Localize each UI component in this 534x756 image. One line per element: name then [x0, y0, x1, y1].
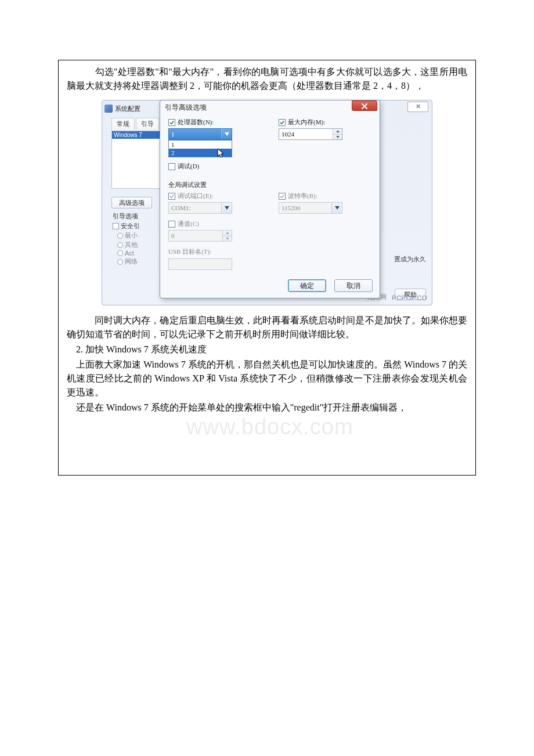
radio-icon — [117, 233, 123, 239]
page-watermark: www.bdocx.com — [186, 415, 353, 440]
radio-network-label: 网络 — [125, 257, 138, 266]
chevron-down-icon — [221, 203, 232, 213]
checkbox-icon — [168, 119, 175, 126]
watermark-pcpop: PCPOP.CO — [392, 294, 427, 301]
radio-network[interactable]: 网络 — [117, 257, 140, 266]
check-icon — [280, 194, 284, 199]
tab-boot[interactable]: 引导 — [136, 118, 159, 129]
processors-checkbox[interactable]: 处理器数(N): — [168, 118, 261, 127]
svg-marker-0 — [225, 132, 229, 136]
maxmem-value: 1024 — [282, 131, 333, 138]
paragraph-5: 还是在 Windows 7 系统的开始菜单处的搜索框中输入"regedit"打开… — [67, 401, 467, 415]
radio-other[interactable]: 其他 — [117, 240, 140, 249]
chevron-down-icon — [221, 129, 232, 139]
check-icon — [169, 194, 174, 199]
usb-target-input — [168, 258, 232, 270]
debugport-value: COM1: — [171, 204, 191, 211]
tab-general[interactable]: 常规 — [111, 118, 135, 129]
svg-marker-2 — [336, 136, 340, 138]
set-permanent-label: 置成为永久 — [394, 255, 426, 264]
radio-act-label: Act — [125, 250, 134, 257]
channel-label: 通道(C) — [178, 219, 199, 228]
app-icon — [104, 105, 113, 113]
checkbox-icon — [168, 221, 175, 228]
paragraph-4: 上面教大家加速 Windows 7 系统的开机，那自然关机也是可以加快速度的。虽… — [67, 358, 467, 399]
cursor-icon — [217, 148, 225, 159]
global-debug-heading: 全局调试设置 — [168, 181, 371, 189]
baud-combo: 115200 — [279, 202, 342, 214]
bg-titlebar: 系统配置 — [104, 103, 163, 114]
radio-other-label: 其他 — [125, 240, 138, 249]
svg-marker-4 — [226, 232, 229, 234]
boot-options-group: 引导选项 安全引 最小 其他 Act 网络 — [113, 212, 140, 266]
radio-minimal-label: 最小 — [125, 231, 138, 240]
debug-checkbox[interactable]: 调试(D) — [168, 162, 261, 171]
boot-advanced-options-dialog: 引导高级选项 处理器数(N): — [160, 100, 380, 298]
os-listbox[interactable]: Windows 7 — [111, 131, 164, 189]
dialog-title: 引导高级选项 — [165, 103, 207, 113]
maxmem-label: 最大内存(M): — [288, 118, 325, 127]
dialog-body: 处理器数(N): 1 1 2 — [160, 114, 380, 270]
svg-marker-3 — [225, 206, 229, 210]
checkbox-icon — [168, 193, 175, 200]
debugport-label: 调试端口(E): — [178, 192, 213, 200]
spinner-down-icon[interactable] — [333, 134, 342, 140]
baud-checkbox: 波特率(B): — [279, 192, 371, 200]
safe-boot-check[interactable]: 安全引 — [113, 222, 140, 231]
baud-label: 波特率(B): — [288, 192, 317, 200]
paragraph-2: 同时调大内存，确定后重启电脑生效，此时再看看系统启动时间是不是加快了。如果你想要… — [67, 314, 467, 341]
radio-minimal[interactable]: 最小 — [117, 231, 140, 240]
ok-button[interactable]: 确定 — [288, 279, 326, 292]
bg-tabs: 常规 引导 — [111, 118, 159, 129]
debugport-combo: COM1: — [168, 202, 232, 214]
check-icon — [169, 120, 174, 125]
channel-spinner: 0 — [168, 230, 232, 242]
maxmem-spinner[interactable]: 1024 — [279, 128, 342, 140]
processors-combo[interactable]: 1 — [168, 128, 232, 140]
spinner-down-icon — [223, 236, 232, 242]
checkbox-icon — [168, 163, 175, 170]
spinner-up-icon — [223, 231, 232, 236]
advanced-options-button[interactable]: 高级选项 — [111, 197, 152, 208]
spinner-up-icon[interactable] — [333, 129, 342, 134]
radio-icon — [117, 259, 123, 265]
channel-checkbox: 通道(C) — [168, 219, 261, 228]
boot-options-label: 引导选项 — [113, 212, 140, 221]
check-icon — [280, 120, 284, 125]
svg-marker-6 — [335, 206, 340, 210]
svg-marker-5 — [226, 237, 229, 240]
dialog-buttons: 确定 取消 — [288, 279, 373, 292]
checkbox-icon — [279, 119, 286, 126]
document-frame: 勾选"处理器数"和"最大内存"，看到你的电脑可选项中有多大你就可以选多大，这里所… — [58, 60, 476, 476]
paragraph-3: 2. 加快 Windows 7 系统关机速度 — [67, 343, 467, 357]
debugport-checkbox: 调试端口(E): — [168, 192, 261, 200]
checkbox-icon — [113, 223, 119, 229]
cancel-button[interactable]: 取消 — [334, 279, 373, 292]
debug-label: 调试(D) — [178, 162, 199, 171]
baud-value: 115200 — [282, 204, 301, 211]
screenshot: 系统配置 ✕ 常规 引导 Windows 7 高级选项 引导选项 安全引 最小 … — [102, 100, 432, 305]
close-button[interactable] — [352, 100, 377, 111]
radio-icon — [117, 242, 123, 248]
os-list-selected[interactable]: Windows 7 — [112, 131, 163, 139]
bg-close-button[interactable]: ✕ — [407, 102, 428, 112]
processors-value: 1 — [171, 131, 175, 138]
checkbox-icon — [279, 193, 286, 200]
chevron-down-icon — [331, 203, 342, 213]
processors-option-1[interactable]: 1 — [169, 141, 232, 149]
radio-icon — [117, 250, 123, 256]
bg-window-title: 系统配置 — [115, 105, 140, 113]
channel-value: 0 — [171, 232, 222, 239]
radio-act[interactable]: Act — [117, 250, 140, 257]
svg-marker-1 — [336, 130, 340, 132]
maxmem-checkbox[interactable]: 最大内存(M): — [279, 118, 371, 127]
safe-boot-label: 安全引 — [121, 222, 140, 231]
close-icon — [361, 103, 368, 110]
paragraph-1: 勾选"处理器数"和"最大内存"，看到你的电脑可选项中有多大你就可以选多大，这里所… — [67, 65, 467, 93]
usb-target-label: USB 目标名(T): — [168, 247, 261, 256]
processors-label: 处理器数(N): — [178, 118, 214, 127]
